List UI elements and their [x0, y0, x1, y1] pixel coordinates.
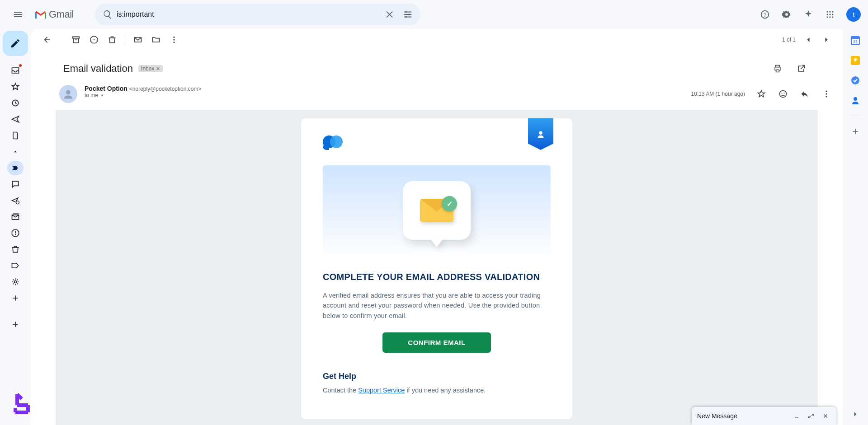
nav-chats[interactable]: [8, 177, 23, 191]
report-spam-button[interactable]: [85, 31, 103, 49]
pencil-icon: [10, 38, 21, 49]
chevron-right-icon: [822, 35, 831, 44]
email-card: ✓ COMPLETE YOUR EMAIL ADDRESS VALIDATION…: [301, 118, 572, 419]
recipient-dropdown[interactable]: to me: [85, 92, 684, 98]
gear-small-icon: [11, 277, 20, 286]
svg-point-22: [173, 37, 175, 38]
star-button[interactable]: [752, 85, 770, 103]
compose-close[interactable]: [820, 411, 831, 421]
nav-manage-labels[interactable]: [8, 275, 23, 289]
message-more-button[interactable]: [817, 85, 835, 103]
support-button[interactable]: ?: [756, 5, 774, 23]
support-link[interactable]: Support Service: [358, 387, 405, 394]
more-button[interactable]: [165, 31, 183, 49]
svg-point-24: [173, 42, 175, 43]
svg-point-12: [829, 16, 830, 18]
nav-sent[interactable]: [8, 112, 23, 126]
compose-minimize[interactable]: [791, 411, 802, 421]
nav-allmail[interactable]: [8, 210, 23, 224]
plus-icon: [11, 294, 20, 303]
nav-new-label-2[interactable]: [8, 317, 23, 332]
archive-icon: [71, 35, 80, 44]
hamburger-icon: [13, 9, 24, 20]
search-input[interactable]: [117, 10, 381, 19]
main-menu-button[interactable]: [7, 4, 29, 25]
svg-point-5: [827, 11, 828, 13]
nav-inbox[interactable]: [8, 63, 23, 78]
contacts-addon[interactable]: [851, 96, 860, 105]
message-scroll[interactable]: Email validation Inbox✕ Pocket Option <n…: [31, 51, 843, 425]
sender-email: <noreply@pocketoption.com>: [129, 86, 202, 92]
search-options-button[interactable]: [399, 5, 417, 23]
svg-point-30: [826, 93, 827, 94]
compose-fullscreen[interactable]: [806, 411, 816, 421]
apps-button[interactable]: [821, 5, 839, 23]
tasks-icon: [851, 76, 860, 85]
get-addons[interactable]: [851, 127, 860, 136]
nav-create-label[interactable]: [8, 291, 23, 305]
person-icon: [62, 88, 75, 100]
nav-snoozed[interactable]: [8, 96, 23, 110]
move-to-button[interactable]: [147, 31, 165, 49]
account-avatar[interactable]: t: [846, 7, 861, 22]
svg-point-38: [854, 97, 857, 101]
calendar-addon[interactable]: 31: [851, 36, 860, 45]
svg-point-6: [829, 11, 830, 13]
compose-title: New Message: [697, 412, 788, 420]
archive-button[interactable]: [67, 31, 85, 49]
sender-avatar[interactable]: [59, 85, 77, 103]
svg-point-19: [14, 281, 17, 283]
reply-button[interactable]: [796, 85, 814, 103]
gmail-logo[interactable]: Gmail: [34, 9, 74, 20]
plus-icon: [851, 127, 860, 136]
help-heading: Get Help: [323, 372, 551, 381]
nav-important[interactable]: [7, 161, 24, 175]
person-icon: [536, 129, 546, 139]
search-button[interactable]: [99, 5, 117, 23]
gmail-logo-icon: [34, 9, 47, 19]
message-body-wrapper: ✓ COMPLETE YOUR EMAIL ADDRESS VALIDATION…: [56, 110, 818, 425]
open-new-icon: [797, 64, 806, 73]
left-rail: [0, 29, 31, 425]
main-wrap: 1 of 1 Email validation Inbox✕ Pocket Op…: [0, 29, 868, 425]
delete-button[interactable]: [103, 31, 121, 49]
print-button[interactable]: [769, 60, 787, 78]
popout-button[interactable]: [792, 60, 810, 78]
gemini-button[interactable]: [799, 5, 817, 23]
svg-point-8: [827, 14, 828, 15]
side-panel-toggle[interactable]: [851, 410, 860, 419]
nav-drafts[interactable]: [8, 128, 23, 143]
nav-starred[interactable]: [8, 79, 23, 94]
tasks-addon[interactable]: [851, 76, 860, 85]
pager-label: 1 of 1: [782, 37, 796, 43]
keep-addon[interactable]: [851, 56, 860, 65]
content-area: 1 of 1 Email validation Inbox✕ Pocket Op…: [31, 29, 843, 425]
nav-spam[interactable]: [8, 226, 23, 240]
nav-less[interactable]: [8, 145, 23, 159]
compose-minimized[interactable]: New Message: [692, 407, 836, 425]
nav-categories[interactable]: [8, 258, 23, 273]
category-chip[interactable]: Inbox✕: [138, 65, 163, 72]
svg-text:?: ?: [764, 12, 767, 18]
confirm-email-button[interactable]: CONFIRM EMAIL: [382, 332, 491, 353]
older-button[interactable]: [817, 31, 835, 49]
send-icon: [11, 115, 20, 124]
back-button[interactable]: [38, 31, 56, 49]
calendar-icon: 31: [851, 36, 860, 45]
help-icon: ?: [760, 9, 770, 19]
nav-scheduled[interactable]: [8, 193, 23, 208]
scheduled-icon: [11, 196, 20, 205]
compose-button[interactable]: [3, 31, 28, 56]
apps-grid-icon: [826, 10, 835, 19]
mark-unread-button[interactable]: [129, 31, 147, 49]
settings-button[interactable]: [778, 5, 796, 23]
expand-icon: [808, 413, 814, 419]
tune-icon: [403, 9, 413, 19]
mail-icon: [133, 35, 142, 44]
brand-logo: [323, 135, 345, 152]
react-button[interactable]: [774, 85, 792, 103]
search-clear-button[interactable]: [381, 5, 399, 23]
nav-trash[interactable]: [8, 242, 23, 257]
subject-text: Email validation: [63, 63, 133, 75]
newer-button[interactable]: [799, 31, 817, 49]
